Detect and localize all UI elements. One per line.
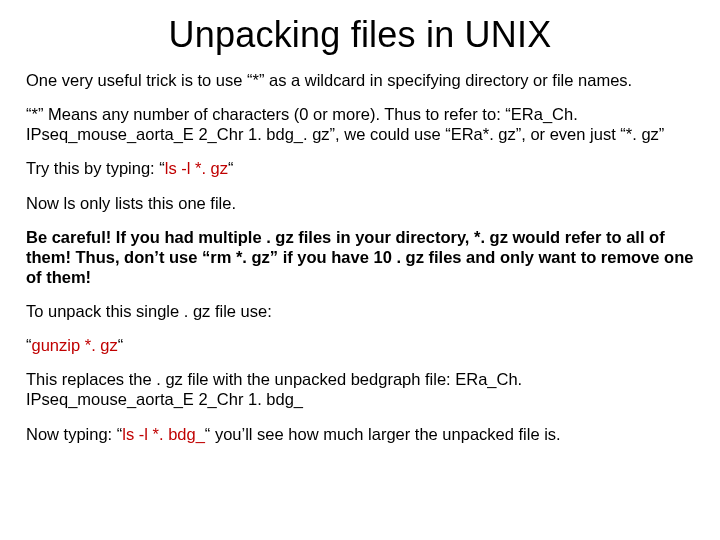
text-fragment: “ you’ll see how much larger the unpacke… (205, 425, 561, 443)
text-fragment: “ (118, 336, 124, 354)
para-replace-result: This replaces the . gz file with the unp… (26, 369, 694, 409)
command-ls-bdg: ls -l *. bdg_ (122, 425, 205, 443)
text-fragment: Try this by typing: “ (26, 159, 165, 177)
para-wildcard-intro: One very useful trick is to use “*” as a… (26, 70, 694, 90)
para-gunzip: “gunzip *. gz“ (26, 335, 694, 355)
slide-title: Unpacking files in UNIX (26, 14, 694, 56)
command-gunzip: gunzip *. gz (32, 336, 118, 354)
command-ls-gz: ls -l *. gz (165, 159, 228, 177)
slide: Unpacking files in UNIX One very useful … (0, 0, 720, 540)
para-now-typing: Now typing: “ls -l *. bdg_“ you’ll see h… (26, 424, 694, 444)
text-fragment: “ (228, 159, 234, 177)
para-ls-result: Now ls only lists this one file. (26, 193, 694, 213)
para-try-ls: Try this by typing: “ls -l *. gz“ (26, 158, 694, 178)
para-unpack-instruction: To unpack this single . gz file use: (26, 301, 694, 321)
para-wildcard-meaning: “*” Means any number of characters (0 or… (26, 104, 694, 144)
text-fragment: Now typing: “ (26, 425, 122, 443)
para-warning: Be careful! If you had multiple . gz fil… (26, 227, 694, 287)
